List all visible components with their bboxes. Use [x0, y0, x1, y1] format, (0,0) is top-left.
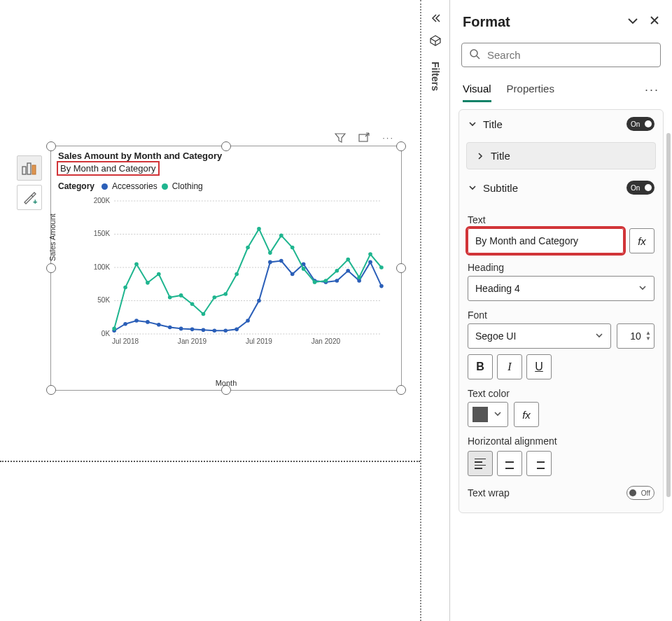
- svg-point-30: [234, 328, 239, 332]
- tab-properties[interactable]: Properties: [507, 77, 554, 102]
- svg-point-32: [257, 299, 261, 303]
- svg-point-55: [234, 272, 239, 277]
- svg-point-63: [324, 279, 328, 283]
- svg-point-24: [168, 326, 172, 330]
- close-panel-icon[interactable]: [650, 15, 659, 29]
- svg-point-45: [123, 286, 127, 290]
- heading-dropdown[interactable]: Heading 4: [468, 276, 654, 301]
- chevron-down-icon: [493, 410, 502, 420]
- svg-rect-0: [22, 167, 26, 174]
- underline-button[interactable]: U: [526, 354, 552, 379]
- svg-point-22: [146, 320, 150, 324]
- svg-point-46: [134, 262, 139, 266]
- subtitle-section-header[interactable]: Subtitle On: [459, 174, 663, 202]
- svg-point-40: [346, 269, 350, 273]
- font-family-dropdown[interactable]: Segoe UI: [468, 323, 611, 349]
- format-visual-button[interactable]: +: [17, 185, 42, 210]
- svg-point-68: [379, 265, 384, 270]
- svg-point-60: [290, 246, 295, 250]
- focus-mode-icon[interactable]: [358, 132, 370, 146]
- resize-handle[interactable]: [396, 263, 406, 273]
- chevron-down-icon: [468, 119, 477, 129]
- svg-point-62: [313, 280, 317, 284]
- chart-legend: Category Accessories Clothing: [51, 176, 401, 194]
- subtitle-toggle[interactable]: On: [626, 181, 654, 195]
- title-section-header[interactable]: Title On: [459, 110, 663, 138]
- title-section-label: Title: [483, 118, 503, 130]
- x-axis-label: Month: [51, 379, 401, 387]
- subtitle-text-input[interactable]: By Month and Category: [468, 228, 624, 253]
- filters-collapsed-panel[interactable]: Filters: [420, 0, 449, 621]
- svg-text:200K: 200K: [94, 197, 111, 204]
- chevron-down-icon: [638, 283, 647, 294]
- svg-point-58: [268, 251, 272, 255]
- chevron-right-icon: [475, 151, 485, 161]
- svg-point-51: [190, 302, 195, 306]
- build-visual-button[interactable]: [17, 155, 42, 181]
- align-label: Horizontal alignment: [468, 435, 654, 447]
- fx-button[interactable]: fx: [629, 228, 654, 253]
- svg-point-44: [112, 327, 116, 331]
- italic-button[interactable]: I: [497, 354, 522, 379]
- svg-point-28: [213, 328, 217, 333]
- text-color-picker[interactable]: [468, 402, 508, 427]
- font-size-input[interactable]: 10 ▲▼: [617, 323, 654, 349]
- svg-point-52: [202, 312, 206, 316]
- search-input[interactable]: [486, 48, 653, 62]
- fx-button[interactable]: fx: [514, 402, 539, 427]
- svg-point-59: [279, 234, 284, 238]
- svg-point-64: [335, 269, 340, 273]
- resize-handle[interactable]: [396, 141, 406, 151]
- filters-label: Filters: [430, 62, 441, 91]
- svg-point-57: [257, 227, 261, 231]
- filter-icon[interactable]: [335, 132, 346, 146]
- filters-pane-icon[interactable]: [429, 34, 442, 49]
- title-toggle[interactable]: On: [626, 117, 654, 131]
- svg-point-50: [179, 293, 183, 298]
- svg-point-43: [379, 284, 384, 288]
- resize-handle[interactable]: [221, 141, 231, 151]
- legend-item-clothing: Clothing: [172, 181, 203, 191]
- resize-handle[interactable]: [46, 141, 56, 151]
- spinner-icon[interactable]: ▲▼: [645, 330, 651, 342]
- svg-point-35: [290, 272, 295, 277]
- align-left-button[interactable]: [468, 451, 493, 476]
- heading-field-label: Heading: [468, 262, 654, 273]
- scrollbar[interactable]: [666, 133, 671, 497]
- bold-button[interactable]: B: [468, 354, 493, 379]
- search-box[interactable]: [461, 43, 661, 67]
- text-wrap-toggle[interactable]: Off: [626, 486, 654, 500]
- collapse-icon[interactable]: [430, 13, 441, 26]
- color-swatch-icon: [472, 407, 488, 422]
- svg-rect-1: [27, 163, 31, 174]
- svg-point-27: [202, 328, 206, 333]
- font-field-label: Font: [468, 309, 654, 321]
- legend-item-accessories: Accessories: [112, 181, 158, 191]
- svg-point-20: [123, 322, 127, 326]
- title-subsection[interactable]: Title: [466, 142, 656, 169]
- legend-dot-accessories: [102, 183, 108, 190]
- resize-handle[interactable]: [46, 263, 56, 273]
- title-section-card: Title On Title: [458, 109, 664, 513]
- chart-visual[interactable]: ··· Sales Amount by Month and Category B…: [50, 146, 402, 391]
- tab-visual[interactable]: Visual: [463, 77, 491, 102]
- more-options-icon[interactable]: ···: [382, 132, 394, 146]
- svg-point-26: [190, 328, 195, 332]
- svg-point-61: [302, 267, 306, 271]
- align-center-button[interactable]: [497, 451, 522, 476]
- svg-text:Jan 2019: Jan 2019: [178, 337, 207, 345]
- svg-point-23: [157, 323, 161, 327]
- format-panel: Format Visual Properties ···: [449, 0, 672, 621]
- paint-brush-icon: +: [22, 190, 37, 205]
- tabs-more-icon[interactable]: ···: [645, 83, 659, 97]
- svg-point-21: [134, 319, 139, 323]
- svg-point-48: [157, 272, 161, 277]
- text-field-label: Text: [468, 214, 654, 225]
- svg-point-56: [246, 246, 250, 250]
- expand-panel-icon[interactable]: [627, 15, 638, 29]
- svg-text:50K: 50K: [97, 297, 110, 305]
- align-right-button[interactable]: [526, 451, 552, 476]
- svg-point-31: [246, 319, 250, 323]
- search-icon: [469, 48, 480, 62]
- svg-point-65: [346, 258, 350, 262]
